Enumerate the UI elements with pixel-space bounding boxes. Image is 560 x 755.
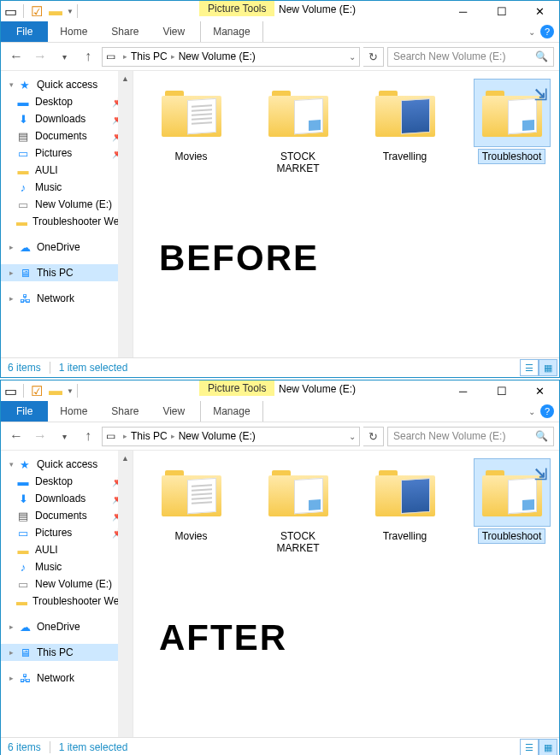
nav-desktop[interactable]: ▬Desktop📌 xyxy=(1,473,133,490)
minimize-button[interactable]: ─ xyxy=(444,1,482,21)
maximize-button[interactable]: ☐ xyxy=(482,1,521,21)
folder-content-area[interactable]: Movies STOCK MARKET Travelling ⇲ Trouble… xyxy=(133,451,559,737)
nav-documents[interactable]: ▤Documents📌 xyxy=(1,127,133,145)
nav-this-pc-label: This PC xyxy=(37,646,74,658)
chevron-right-icon[interactable]: ▸ xyxy=(9,268,18,277)
nav-music[interactable]: ♪Music xyxy=(1,179,133,196)
folder-movies[interactable]: Movies xyxy=(150,80,232,175)
checkbox-icon[interactable]: ☑ xyxy=(30,384,44,398)
close-button[interactable]: ✕ xyxy=(521,1,559,21)
tab-manage[interactable]: Manage xyxy=(200,21,262,42)
search-input[interactable]: Search New Volume (E:) 🔍 xyxy=(387,427,554,446)
recent-locations-dropdown[interactable]: ▾ xyxy=(54,46,74,67)
nav-quick-access[interactable]: ▾ ★ Quick access xyxy=(1,76,133,93)
nav-desktop[interactable]: ▬Desktop📌 xyxy=(1,93,133,110)
nav-onedrive[interactable]: ▸☁OneDrive xyxy=(1,239,133,256)
folder-travelling[interactable]: Travelling xyxy=(364,80,445,175)
nav-auli[interactable]: ▬AULI xyxy=(1,162,133,179)
up-button[interactable]: ↑ xyxy=(78,46,98,67)
breadcrumb-current[interactable]: New Volume (E:) xyxy=(179,430,256,442)
tab-view[interactable]: View xyxy=(150,401,197,422)
breadcrumb-current[interactable]: New Volume (E:) xyxy=(179,50,256,62)
help-icon[interactable]: ? xyxy=(540,404,554,418)
maximize-button[interactable]: ☐ xyxy=(482,380,521,401)
back-button[interactable]: ← xyxy=(6,46,27,67)
address-bar[interactable]: ▭ ▸ This PC ▸ New Volume (E:) ⌄ xyxy=(102,427,360,446)
properties-icon[interactable]: ▭ xyxy=(3,4,17,18)
folder-movies[interactable]: Movies xyxy=(150,459,232,555)
details-view-button[interactable]: ☰ xyxy=(520,359,539,376)
nav-downloads[interactable]: ⬇Downloads📌 xyxy=(1,110,133,127)
chevron-right-icon[interactable]: ▸ xyxy=(9,674,18,682)
search-input[interactable]: Search New Volume (E:) 🔍 xyxy=(387,47,554,67)
tab-home[interactable]: Home xyxy=(48,401,99,422)
folder-troubleshoot[interactable]: ⇲ Troubleshoot xyxy=(471,459,552,555)
nav-new-volume[interactable]: ▭New Volume (E:) xyxy=(1,196,133,213)
nav-item-label: New Volume (E:) xyxy=(35,578,112,590)
thumbnails-view-button[interactable]: ▦ xyxy=(539,359,557,376)
nav-pictures[interactable]: ▭Pictures📌 xyxy=(1,145,133,162)
details-view-button[interactable]: ☰ xyxy=(520,739,539,755)
nav-scrollbar[interactable]: ▲ xyxy=(118,71,133,357)
chevron-down-icon[interactable]: ▾ xyxy=(9,80,18,89)
address-bar[interactable]: ▭ ▸ This PC ▸ New Volume (E:) ⌄ xyxy=(102,47,360,67)
nav-network[interactable]: ▸🖧Network xyxy=(1,669,133,687)
folder-small-icon[interactable]: ▬ xyxy=(49,4,62,18)
minimize-button[interactable]: ─ xyxy=(444,380,482,401)
up-button[interactable]: ↑ xyxy=(78,426,98,446)
scroll-up-icon[interactable]: ▲ xyxy=(118,451,133,465)
forward-button[interactable]: → xyxy=(30,426,50,446)
nav-quick-access[interactable]: ▾ ★ Quick access xyxy=(1,456,133,473)
folder-content-area[interactable]: Movies STOCK MARKET Travelling ⇲ Trouble… xyxy=(133,71,559,357)
tab-share[interactable]: Share xyxy=(99,21,150,42)
qat-dropdown-icon[interactable]: ▼ xyxy=(67,387,74,395)
forward-button[interactable]: → xyxy=(30,46,50,67)
ribbon-expand-icon[interactable]: ⌄ xyxy=(528,407,535,416)
address-dropdown-icon[interactable]: ⌄ xyxy=(349,52,356,62)
nav-this-pc[interactable]: ▸🖥This PC xyxy=(1,264,133,281)
tab-file[interactable]: File xyxy=(1,401,48,422)
folder-travelling[interactable]: Travelling xyxy=(364,459,445,555)
tab-file[interactable]: File xyxy=(1,21,48,42)
chevron-right-icon[interactable]: ▸ xyxy=(9,243,18,251)
tab-view[interactable]: View xyxy=(150,21,197,42)
nav-downloads[interactable]: ⬇Downloads📌 xyxy=(1,490,133,507)
refresh-button[interactable]: ↻ xyxy=(363,427,384,446)
nav-network[interactable]: ▸🖧Network xyxy=(1,290,133,307)
chevron-right-icon[interactable]: ▸ xyxy=(9,294,18,303)
back-button[interactable]: ← xyxy=(6,426,27,446)
nav-documents[interactable]: ▤Documents📌 xyxy=(1,507,133,524)
checkbox-icon[interactable]: ☑ xyxy=(30,4,44,18)
nav-onedrive[interactable]: ▸☁OneDrive xyxy=(1,618,133,635)
nav-auli[interactable]: ▬AULI xyxy=(1,541,133,558)
tab-manage[interactable]: Manage xyxy=(200,401,262,422)
tab-home[interactable]: Home xyxy=(48,21,99,42)
recent-locations-dropdown[interactable]: ▾ xyxy=(54,426,74,446)
breadcrumb-this-pc[interactable]: This PC xyxy=(131,430,168,442)
breadcrumb-this-pc[interactable]: This PC xyxy=(131,50,168,62)
nav-troubleshooter[interactable]: ▬Troubleshooter Website xyxy=(1,213,133,230)
folder-troubleshoot[interactable]: ⇲ Troubleshoot xyxy=(471,80,552,175)
nav-music[interactable]: ♪Music xyxy=(1,558,133,575)
nav-troubleshooter[interactable]: ▬Troubleshooter Website xyxy=(1,593,133,610)
scroll-up-icon[interactable]: ▲ xyxy=(118,71,133,86)
folder-small-icon[interactable]: ▬ xyxy=(49,384,62,398)
chevron-down-icon[interactable]: ▾ xyxy=(9,460,18,469)
thumbnails-view-button[interactable]: ▦ xyxy=(539,739,557,755)
folder-stock-market[interactable]: STOCK MARKET xyxy=(257,459,339,555)
folder-stock-market[interactable]: STOCK MARKET xyxy=(257,80,339,175)
chevron-right-icon[interactable]: ▸ xyxy=(9,622,18,631)
address-dropdown-icon[interactable]: ⌄ xyxy=(349,432,356,441)
refresh-button[interactable]: ↻ xyxy=(363,47,384,67)
chevron-right-icon[interactable]: ▸ xyxy=(9,648,18,657)
help-icon[interactable]: ? xyxy=(540,25,554,38)
ribbon-expand-icon[interactable]: ⌄ xyxy=(528,27,535,37)
nav-new-volume[interactable]: ▭New Volume (E:) xyxy=(1,575,133,593)
properties-icon[interactable]: ▭ xyxy=(3,384,17,398)
nav-this-pc[interactable]: ▸🖥This PC xyxy=(1,644,133,661)
nav-scrollbar[interactable]: ▲ xyxy=(118,451,133,737)
nav-pictures[interactable]: ▭Pictures📌 xyxy=(1,524,133,541)
close-button[interactable]: ✕ xyxy=(521,380,559,401)
qat-dropdown-icon[interactable]: ▼ xyxy=(67,8,74,15)
tab-share[interactable]: Share xyxy=(99,401,150,422)
